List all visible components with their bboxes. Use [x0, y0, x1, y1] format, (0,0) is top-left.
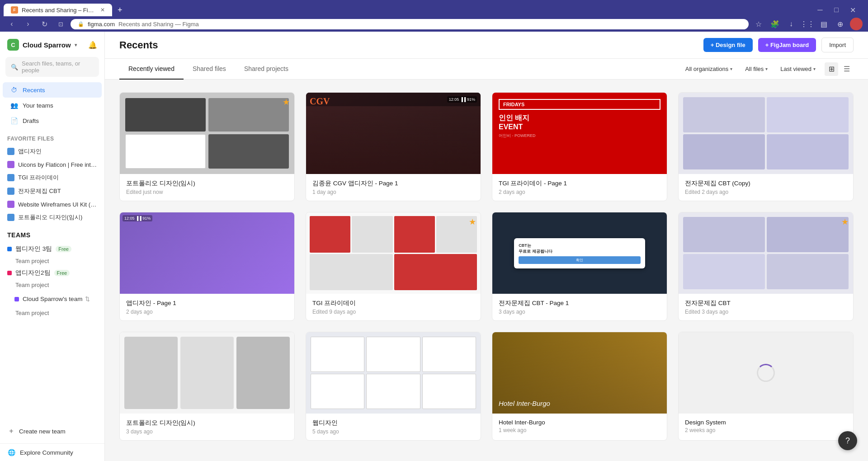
file-meta: 3 days ago [126, 428, 288, 435]
search-box[interactable]: 🔍 Search files, teams, or people [5, 57, 99, 77]
explore-community-item[interactable]: 🌐 Explore Community [0, 443, 104, 461]
favorite-file-item[interactable]: 앱디자인 [0, 145, 104, 158]
extensions-icon[interactable]: 🧩 [769, 18, 781, 30]
sidebar-item-your-teams[interactable]: 👥 Your teams [3, 98, 102, 113]
favorite-file-item[interactable]: Website Wireframes UI Kit (Communi... [0, 198, 104, 211]
file-info: 웹디자인5 days ago [306, 414, 481, 440]
file-card[interactable]: 12:05 ▐▐ 91% 앱디자인 - Page 12 days ago [119, 212, 295, 321]
team-item[interactable]: 앱디자인2팀Free [0, 266, 104, 280]
notifications-icon[interactable]: 🔔 [88, 41, 97, 49]
file-thumbnail: CBT는무료로 제공됩니다 확인 [492, 212, 667, 294]
files-area: ★포트폴리오 디자인(임시)Edited just now CGV 12:05 … [105, 80, 868, 461]
sidebar-item-recents[interactable]: ⏱ Recents [3, 82, 102, 98]
files-grid: ★포트폴리오 디자인(임시)Edited just now CGV 12:05 … [119, 92, 854, 441]
favorite-file-item[interactable]: Uicons by Flaticon | Free interface ic..… [0, 158, 104, 171]
your-teams-icon: 👥 [10, 101, 18, 109]
file-info: 전자문제집 CBT - Page 13 days ago [492, 294, 667, 320]
your-teams-label: Your teams [23, 102, 53, 109]
drafts-label: Drafts [23, 118, 39, 124]
star-icon[interactable]: ★ [841, 217, 849, 227]
profile-icon[interactable]: ⊕ [834, 18, 846, 30]
all-organizations-filter[interactable]: All organizations ▾ [682, 64, 736, 74]
favorite-file-item[interactable]: TGI 프라이데이 [0, 171, 104, 184]
restore-icon[interactable]: □ [830, 4, 843, 16]
file-card[interactable]: ★포트폴리오 디자인(임시)Edited just now [119, 92, 295, 201]
download-icon[interactable]: ↓ [785, 18, 797, 30]
sidebar-item-drafts[interactable]: 📄 Drafts [3, 113, 102, 128]
file-card[interactable]: Design System2 weeks ago [678, 332, 854, 441]
team-item[interactable]: Cloud Sparrow's team ⇅ [0, 290, 104, 308]
chevron-down-icon: ▾ [813, 66, 816, 71]
file-card[interactable]: 포트폴리오 디자인(임시)3 days ago [119, 332, 295, 441]
org-avatar: C [7, 39, 19, 51]
import-button[interactable]: Import [821, 38, 854, 52]
tab-shared-projects[interactable]: Shared projects [235, 59, 297, 80]
tabs-right: All organizations ▾ All files ▾ Last vie… [682, 62, 854, 76]
file-card[interactable]: FRIDAYS 인인 배지EVENT 어인비 - POWERED TGI 프라이… [492, 92, 667, 201]
file-icon [7, 201, 14, 208]
home-button[interactable]: ⊡ [54, 18, 67, 30]
all-organizations-label: All organizations [685, 66, 728, 72]
team-subitem[interactable]: Team project [0, 308, 104, 318]
file-info: 포트폴리오 디자인(임시)Edited just now [120, 174, 294, 201]
file-thumbnail: FRIDAYS 인인 배지EVENT 어인비 - POWERED [492, 93, 667, 174]
file-card[interactable]: CBT는무료로 제공됩니다 확인 전자문제집 CBT - Page 13 day… [492, 212, 667, 321]
file-card[interactable]: CGV 12:05 ▐▐ 91% 김종윤 CGV 앱디자인 - Page 11 … [306, 92, 481, 201]
sidebar-header: C Cloud Sparrow ▾ 🔔 [0, 32, 104, 54]
cloud-sparrow-team-row: Cloud Sparrow's team ⇅ [7, 293, 97, 305]
team-subitem[interactable]: Team project [0, 256, 104, 266]
favorite-file-item[interactable]: 포트폴리오 디자인(임시) [0, 211, 104, 224]
drafts-icon: 📄 [10, 117, 18, 125]
team-subitem[interactable]: Team project [0, 280, 104, 290]
org-selector[interactable]: C Cloud Sparrow ▾ [7, 39, 77, 51]
team-name: Cloud Sparrow's team [23, 296, 82, 302]
create-new-team-button[interactable]: + Create new team [0, 423, 104, 440]
file-card[interactable]: ★전자문제집 CBTEdited 3 days ago [678, 212, 854, 321]
chevron-down-icon: ▾ [730, 66, 732, 71]
team-badge: Free [54, 270, 70, 276]
tab-close-icon[interactable]: ✕ [100, 7, 105, 13]
file-name: TGI 프라이데이 - Page 1 [499, 179, 660, 188]
grid-icon[interactable]: ⋮⋮ [801, 18, 814, 30]
org-name-label: Cloud Sparrow [23, 41, 71, 49]
file-card[interactable]: 웹디자인5 days ago [306, 332, 481, 441]
figjam-board-button[interactable]: + FigJam board [758, 38, 816, 52]
explore-icon: 🌐 [7, 448, 15, 456]
star-icon[interactable]: ★ [283, 97, 290, 107]
all-files-filter[interactable]: All files ▾ [741, 64, 771, 74]
file-card[interactable]: Hotel Inter-Burgo Hotel Inter-Burgo1 wee… [492, 332, 667, 441]
minimize-icon[interactable]: ─ [814, 4, 826, 16]
last-viewed-filter[interactable]: Last viewed ▾ [777, 64, 819, 74]
grid-view-button[interactable]: ⊞ [825, 62, 838, 76]
forward-button[interactable]: › [22, 18, 34, 30]
file-card[interactable]: 전자문제집 CBT (Copy)Edited 2 days ago [678, 92, 854, 201]
back-button[interactable]: ‹ [5, 18, 18, 30]
star-icon[interactable]: ★ [469, 217, 476, 227]
close-window-icon[interactable]: ✕ [846, 4, 859, 16]
teams-list: 웹디자인 3팀Free Team project 앱디자인2팀Free Team… [0, 242, 104, 318]
design-file-button[interactable]: + Design file [703, 38, 753, 52]
tab-recently-viewed[interactable]: Recently viewed [119, 59, 184, 80]
sidebar: C Cloud Sparrow ▾ 🔔 🔍 Search files, team… [0, 32, 105, 461]
tab-shared-files[interactable]: Shared files [184, 59, 235, 80]
file-label: Uicons by Flaticon | Free interface ic..… [18, 161, 97, 168]
help-button[interactable]: ? [838, 431, 857, 450]
user-avatar[interactable] [850, 18, 863, 30]
sidebar-toggle-icon[interactable]: ▤ [817, 18, 830, 30]
file-card[interactable]: ★TGI 프라이데이Edited 9 days ago [306, 212, 481, 321]
address-bar[interactable]: 🔒 figma.com Recents and Sharing — Figma [71, 19, 749, 29]
tabs-left: Recently viewed Shared files Shared proj… [119, 59, 297, 79]
sort-icon[interactable]: ⇅ [85, 296, 90, 302]
tabs-bar: Recently viewed Shared files Shared proj… [105, 59, 868, 80]
favorite-files-section-header: Favorite files [0, 128, 104, 145]
bookmark-icon[interactable]: ☆ [752, 18, 765, 30]
new-tab-button[interactable]: + [114, 4, 126, 17]
active-tab[interactable]: F Recents and Sharing – Figm... ✕ [4, 4, 112, 16]
list-view-button[interactable]: ☰ [840, 62, 854, 76]
file-thumbnail [679, 93, 853, 174]
reload-button[interactable]: ↻ [38, 18, 51, 30]
file-icon [7, 161, 14, 168]
file-label: Website Wireframes UI Kit (Communi... [18, 201, 97, 208]
favorite-file-item[interactable]: 전자문제집 CBT [0, 184, 104, 198]
team-item[interactable]: 웹디자인 3팀Free [0, 242, 104, 256]
